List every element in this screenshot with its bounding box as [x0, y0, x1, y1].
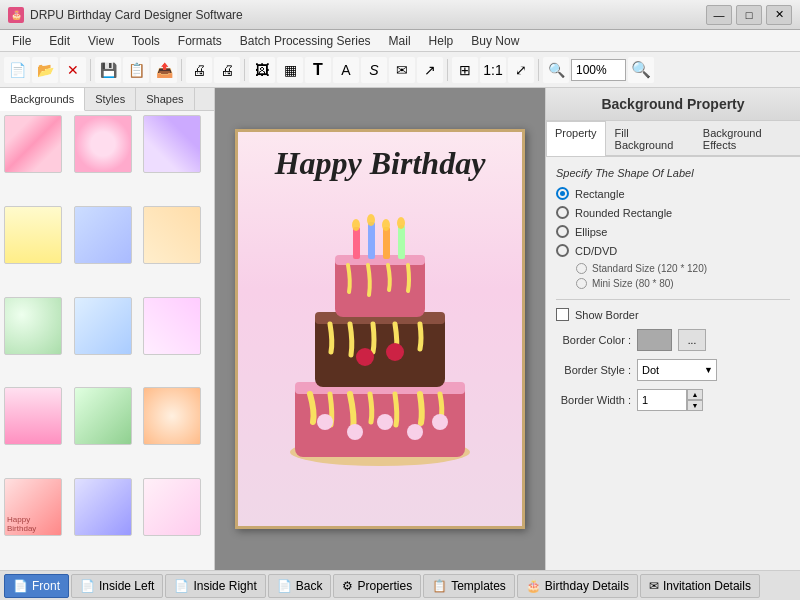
save-button[interactable]: 💾 — [95, 57, 121, 83]
bg-thumb-11[interactable] — [74, 387, 132, 445]
border-style-select[interactable]: Dot Solid Dashed Dotted — [637, 359, 717, 381]
svg-point-6 — [407, 424, 423, 440]
text-button[interactable]: T — [305, 57, 331, 83]
svg-point-5 — [377, 414, 393, 430]
fit-button[interactable]: ⤢ — [508, 57, 534, 83]
grid-button[interactable]: ⊞ — [452, 57, 478, 83]
right-panel-content: Specify The Shape Of Label Rectangle Rou… — [546, 157, 800, 570]
radio-mini-size[interactable] — [576, 278, 587, 289]
bg-thumb-14[interactable] — [74, 478, 132, 536]
label-rectangle: Rectangle — [575, 188, 625, 200]
templates-icon: 📋 — [432, 579, 447, 593]
canvas-area[interactable]: Happy Birthday — [215, 88, 545, 570]
zoom-out-button[interactable]: 🔍 — [628, 57, 654, 83]
border-style-label: Border Style : — [556, 364, 631, 376]
border-color-swatch[interactable] — [637, 329, 672, 351]
border-color-more-button[interactable]: ... — [678, 329, 706, 351]
show-border-row[interactable]: Show Border — [556, 308, 790, 321]
radio-row-rectangle[interactable]: Rectangle — [556, 187, 790, 200]
save-as-button[interactable]: 📋 — [123, 57, 149, 83]
toolbar: 📄 📂 ✕ 💾 📋 📤 🖨 🖨 🖼 ▦ T A S ✉ ↗ ⊞ 1:1 ⤢ 🔍 … — [0, 52, 800, 88]
menu-tools[interactable]: Tools — [124, 32, 168, 50]
menu-buynow[interactable]: Buy Now — [463, 32, 527, 50]
minimize-button[interactable]: — — [706, 5, 732, 25]
border-width-input[interactable] — [637, 389, 687, 411]
menu-help[interactable]: Help — [421, 32, 462, 50]
radio-standard-size[interactable] — [576, 263, 587, 274]
bottom-btn-birthday-details[interactable]: 🎂 Birthday Details — [517, 574, 638, 598]
zoom-in-icon[interactable]: 🔍 — [543, 57, 569, 83]
label-ellipse: Ellipse — [575, 226, 607, 238]
menu-view[interactable]: View — [80, 32, 122, 50]
svg-point-18 — [352, 219, 360, 231]
radio-row-cddvd[interactable]: CD/DVD — [556, 244, 790, 257]
tab-property[interactable]: Property — [546, 121, 606, 156]
label-standard-size: Standard Size (120 * 120) — [592, 263, 707, 274]
sub-radio-row-mini[interactable]: Mini Size (80 * 80) — [576, 278, 790, 289]
bg-thumb-15[interactable] — [143, 478, 201, 536]
maximize-button[interactable]: □ — [736, 5, 762, 25]
bottom-btn-front[interactable]: 📄 Front — [4, 574, 69, 598]
tab-fill-background[interactable]: Fill Background — [606, 121, 694, 156]
cake-image — [265, 187, 495, 477]
sub-radio-row-standard[interactable]: Standard Size (120 * 120) — [576, 263, 790, 274]
menu-batch[interactable]: Batch Processing Series — [232, 32, 379, 50]
export-button[interactable]: 📤 — [151, 57, 177, 83]
left-panel: Backgrounds Styles Shapes Happy Birthday — [0, 88, 215, 570]
border-style-select-wrapper: Dot Solid Dashed Dotted ▼ — [637, 359, 717, 381]
close-button[interactable]: ✕ — [766, 5, 792, 25]
print2-button[interactable]: 🖨 — [214, 57, 240, 83]
menu-formats[interactable]: Formats — [170, 32, 230, 50]
open-button[interactable]: 📂 — [32, 57, 58, 83]
bg-thumb-12[interactable] — [143, 387, 201, 445]
tab-styles[interactable]: Styles — [85, 88, 136, 110]
bottom-btn-properties[interactable]: ⚙ Properties — [333, 574, 421, 598]
delete-button[interactable]: ✕ — [60, 57, 86, 83]
text2-button[interactable]: A — [333, 57, 359, 83]
print-button[interactable]: 🖨 — [186, 57, 212, 83]
spin-up-button[interactable]: ▲ — [687, 389, 703, 400]
bg-thumb-10[interactable] — [4, 387, 62, 445]
bottom-btn-inside-left[interactable]: 📄 Inside Left — [71, 574, 163, 598]
zoom-input[interactable] — [571, 59, 626, 81]
signature-button[interactable]: S — [361, 57, 387, 83]
border-width-row: Border Width : ▲ ▼ — [556, 389, 790, 411]
bottom-btn-inside-right[interactable]: 📄 Inside Right — [165, 574, 265, 598]
bg-thumb-6[interactable] — [143, 206, 201, 264]
cursor-button[interactable]: ↗ — [417, 57, 443, 83]
bg-thumb-13[interactable]: Happy Birthday — [4, 478, 62, 536]
tab-backgrounds[interactable]: Backgrounds — [0, 88, 85, 111]
spin-down-button[interactable]: ▼ — [687, 400, 703, 411]
svg-rect-16 — [383, 227, 390, 259]
bg-thumb-5[interactable] — [74, 206, 132, 264]
radio-rounded-rectangle[interactable] — [556, 206, 569, 219]
email-button[interactable]: ✉ — [389, 57, 415, 83]
bg-thumb-9[interactable] — [143, 297, 201, 355]
radio-row-rounded[interactable]: Rounded Rectangle — [556, 206, 790, 219]
menu-mail[interactable]: Mail — [381, 32, 419, 50]
bg-thumb-2[interactable] — [74, 115, 132, 173]
bg-thumb-4[interactable] — [4, 206, 62, 264]
image-button[interactable]: 🖼 — [249, 57, 275, 83]
bg-thumb-1[interactable] — [4, 115, 62, 173]
tab-shapes[interactable]: Shapes — [136, 88, 194, 110]
right-panel-title: Background Property — [546, 88, 800, 121]
bottom-btn-invitation-details[interactable]: ✉ Invitation Details — [640, 574, 760, 598]
barcode-button[interactable]: ▦ — [277, 57, 303, 83]
bottom-btn-templates[interactable]: 📋 Templates — [423, 574, 515, 598]
radio-rectangle[interactable] — [556, 187, 569, 200]
radio-cddvd[interactable] — [556, 244, 569, 257]
menu-file[interactable]: File — [4, 32, 39, 50]
show-border-checkbox[interactable] — [556, 308, 569, 321]
menu-edit[interactable]: Edit — [41, 32, 78, 50]
ratio-button[interactable]: 1:1 — [480, 57, 506, 83]
radio-row-ellipse[interactable]: Ellipse — [556, 225, 790, 238]
bottom-btn-back[interactable]: 📄 Back — [268, 574, 332, 598]
bg-thumb-8[interactable] — [74, 297, 132, 355]
bg-thumb-7[interactable] — [4, 297, 62, 355]
bg-thumb-3[interactable] — [143, 115, 201, 173]
front-label: Front — [32, 579, 60, 593]
new-button[interactable]: 📄 — [4, 57, 30, 83]
radio-ellipse[interactable] — [556, 225, 569, 238]
tab-background-effects[interactable]: Background Effects — [694, 121, 800, 156]
